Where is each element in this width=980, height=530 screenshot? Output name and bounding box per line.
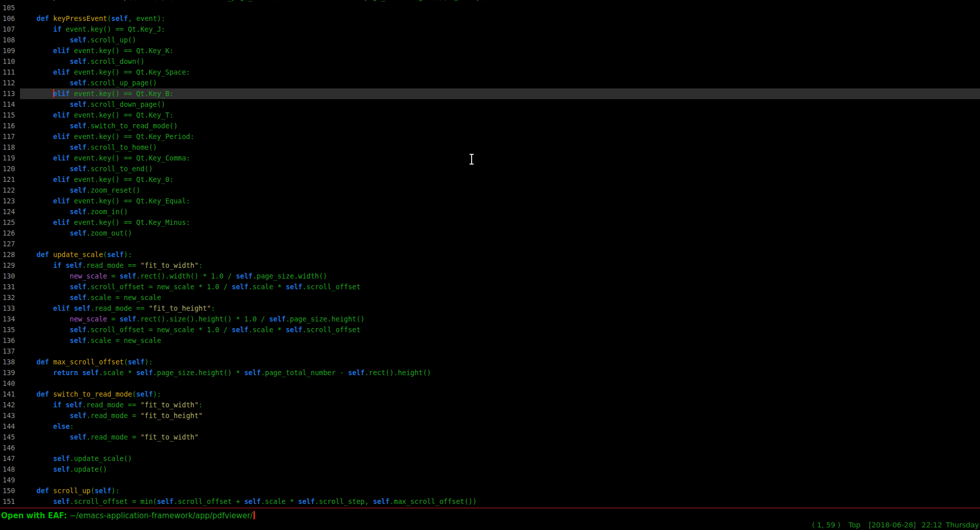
line-number: 108: [0, 35, 20, 45]
code-line[interactable]: 141 def switch_to_read_mode(self):: [0, 389, 980, 400]
code-line[interactable]: 117 elif event.key() == Qt.Key_Period:: [0, 131, 980, 142]
line-content: new_scale = self.rect().size().height() …: [20, 314, 980, 325]
code-line[interactable]: 148 self.update(): [0, 464, 980, 475]
code-line[interactable]: 121 elif event.key() == Qt.Key_0:: [0, 174, 980, 185]
line-content: def keyPressEvent(self, event):: [20, 13, 980, 24]
line-number: 114: [0, 99, 20, 110]
code-area[interactable]: 104 painter.drawPixmap(QRect(0, (index -…: [0, 0, 980, 507]
line-content: [20, 443, 980, 453]
code-line[interactable]: 146: [0, 443, 980, 453]
code-line[interactable]: 135 self.scroll_offset = new_scale * 1.0…: [0, 325, 980, 335]
code-line[interactable]: 139 return self.scale * self.page_size.h…: [0, 367, 980, 378]
line-number: 107: [0, 24, 20, 35]
code-line[interactable]: 119 elif event.key() == Qt.Key_Comma:: [0, 153, 980, 164]
line-content: self.scroll_down_page(): [20, 99, 980, 110]
line-number: 138: [0, 357, 20, 367]
code-line[interactable]: 142 if self.read_mode == "fit_to_width":: [0, 400, 980, 410]
code-line[interactable]: 133 elif self.read_mode == "fit_to_heigh…: [0, 303, 980, 314]
code-line[interactable]: 134 new_scale = self.rect().size().heigh…: [0, 314, 980, 325]
mode-line[interactable]: [0, 508, 980, 509]
minibuffer-prompt: Open with EAF:: [1, 511, 69, 520]
line-number: 113: [0, 88, 20, 99]
line-number: 129: [0, 260, 20, 271]
code-line[interactable]: 110 self.scroll_down(): [0, 56, 980, 67]
line-number: 136: [0, 335, 20, 346]
line-content: elif event.key() == Qt.Key_T:: [20, 110, 980, 121]
line-content: elif event.key() == Qt.Key_Comma:: [20, 153, 980, 164]
code-line[interactable]: 106 def keyPressEvent(self, event):: [0, 13, 980, 24]
code-line[interactable]: 140: [0, 378, 980, 389]
line-number: 116: [0, 121, 20, 131]
code-line[interactable]: 128 def update_scale(self):: [0, 249, 980, 260]
line-number: 118: [0, 142, 20, 153]
code-line[interactable]: 112 self.scroll_up_page(): [0, 78, 980, 88]
status-time: 22:12: [922, 521, 942, 529]
scroll-position: Top: [849, 521, 861, 529]
minibuffer[interactable]: Open with EAF: ~/emacs-application-frame…: [1, 511, 255, 521]
code-line[interactable]: 127: [0, 239, 980, 249]
code-line[interactable]: 151 self.scroll_offset = min(self.scroll…: [0, 496, 980, 507]
code-line[interactable]: 145 self.read_mode = "fit_to_width": [0, 432, 980, 443]
code-line[interactable]: 129 if self.read_mode == "fit_to_width":: [0, 260, 980, 271]
line-number: 151: [0, 496, 20, 507]
code-line[interactable]: 138 def max_scroll_offset(self):: [0, 357, 980, 367]
code-line[interactable]: 137: [0, 346, 980, 357]
status-date: [2018-06-28]: [869, 521, 916, 529]
line-number: 132: [0, 292, 20, 303]
line-content: [20, 475, 980, 486]
status-info: ( 1, 59 )Top[2018-06-28]22:12Thursday: [812, 520, 979, 529]
line-number: 144: [0, 421, 20, 432]
code-line[interactable]: 120 self.scroll_to_end(): [0, 164, 980, 174]
code-line[interactable]: 116 self.switch_to_read_mode(): [0, 121, 980, 131]
code-line[interactable]: 115 elif event.key() == Qt.Key_T:: [0, 110, 980, 121]
line-content: else:: [20, 421, 980, 432]
code-line[interactable]: 131 self.scroll_offset = new_scale * 1.0…: [0, 282, 980, 292]
line-content: self.scale = new_scale: [20, 292, 980, 303]
code-line[interactable]: 149: [0, 475, 980, 486]
code-line[interactable]: 143 self.read_mode = "fit_to_height": [0, 410, 980, 421]
code-line[interactable]: 126 self.zoom_out(): [0, 228, 980, 239]
line-content: self.scroll_up_page(): [20, 78, 980, 88]
line-number: 145: [0, 432, 20, 443]
line-content: elif self.read_mode == "fit_to_height":: [20, 303, 980, 314]
code-line[interactable]: 108 self.scroll_up(): [0, 35, 980, 45]
line-number: 131: [0, 282, 20, 292]
code-line[interactable]: 105: [0, 3, 980, 13]
code-line[interactable]: 132 self.scale = new_scale: [0, 292, 980, 303]
line-content: self.read_mode = "fit_to_height": [20, 410, 980, 421]
code-line[interactable]: 118 self.scroll_to_home(): [0, 142, 980, 153]
line-content: elif event.key() == Qt.Key_0:: [20, 174, 980, 185]
code-line[interactable]: 122 self.zoom_reset(): [0, 185, 980, 196]
line-content: self.read_mode = "fit_to_width": [20, 432, 980, 443]
line-number: 134: [0, 314, 20, 325]
minibuffer-input[interactable]: ~/emacs-application-framework/app/pdfvie…: [69, 511, 253, 520]
line-content: if event.key() == Qt.Key_J:: [20, 24, 980, 35]
code-line[interactable]: 150 def scroll_up(self):: [0, 486, 980, 496]
line-content: [20, 3, 980, 13]
code-line[interactable]: 107 if event.key() == Qt.Key_J:: [0, 24, 980, 35]
line-number: 148: [0, 464, 20, 475]
line-content: elif event.key() == Qt.Key_K:: [20, 45, 980, 56]
line-number: 121: [0, 174, 20, 185]
code-line[interactable]: 113 elif event.key() == Qt.Key_B:: [0, 88, 980, 99]
line-content: self.scroll_down(): [20, 56, 980, 67]
line-number: 117: [0, 131, 20, 142]
line-number: 128: [0, 249, 20, 260]
line-number: 146: [0, 443, 20, 453]
code-line[interactable]: 144 else:: [0, 421, 980, 432]
line-content: elif event.key() == Qt.Key_Space:: [20, 67, 980, 78]
line-content: [20, 378, 980, 389]
code-line[interactable]: 136 self.scale = new_scale: [0, 335, 980, 346]
code-line[interactable]: 111 elif event.key() == Qt.Key_Space:: [0, 67, 980, 78]
code-line[interactable]: 114 self.scroll_down_page(): [0, 99, 980, 110]
code-line[interactable]: 123 elif event.key() == Qt.Key_Equal:: [0, 196, 980, 206]
line-content: new_scale = self.rect().width() * 1.0 / …: [20, 271, 980, 282]
line-content: elif event.key() == Qt.Key_B:: [20, 88, 980, 99]
code-line[interactable]: 130 new_scale = self.rect().width() * 1.…: [0, 271, 980, 282]
line-number: 140: [0, 378, 20, 389]
code-line[interactable]: 125 elif event.key() == Qt.Key_Minus:: [0, 217, 980, 228]
code-line[interactable]: 147 self.update_scale(): [0, 453, 980, 464]
code-line[interactable]: 124 self.zoom_in(): [0, 206, 980, 217]
line-content: [20, 346, 980, 357]
code-line[interactable]: 109 elif event.key() == Qt.Key_K:: [0, 45, 980, 56]
